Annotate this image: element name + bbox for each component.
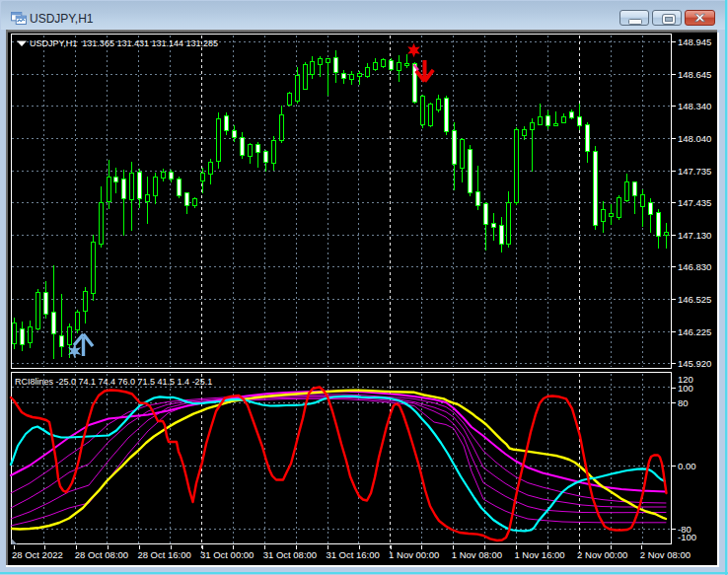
svg-text:148.040: 148.040	[678, 133, 711, 144]
svg-text:145.920: 145.920	[678, 358, 711, 369]
svg-text:0.00: 0.00	[678, 461, 696, 471]
svg-text:31 Oct 16:00: 31 Oct 16:00	[326, 549, 379, 560]
svg-text:1 Nov 16:00: 1 Nov 16:00	[514, 549, 564, 560]
svg-text:-100: -100	[678, 532, 696, 542]
svg-text:146.225: 146.225	[678, 326, 711, 337]
svg-text:146.525: 146.525	[678, 294, 711, 305]
svg-text:146.830: 146.830	[678, 261, 711, 272]
svg-text:1 Nov 08:00: 1 Nov 08:00	[452, 549, 502, 560]
svg-text:2 Nov 08:00: 2 Nov 08:00	[640, 549, 691, 560]
svg-text:2 Nov 00:00: 2 Nov 00:00	[577, 549, 627, 560]
svg-text:148.340: 148.340	[678, 101, 711, 111]
svg-text:28 Oct 08:00: 28 Oct 08:00	[75, 549, 128, 560]
svg-text:148.645: 148.645	[678, 69, 711, 80]
svg-text:1 Nov 00:00: 1 Nov 00:00	[389, 549, 439, 560]
svg-text:80: 80	[678, 397, 689, 408]
svg-text:28 Oct 16:00: 28 Oct 16:00	[137, 549, 190, 560]
svg-text:31 Oct 08:00: 31 Oct 08:00	[263, 549, 317, 560]
svg-text:148.945: 148.945	[678, 36, 711, 47]
svg-text:147.735: 147.735	[678, 166, 711, 177]
svg-text:147.130: 147.130	[678, 230, 711, 241]
svg-text:USDJPY,H1 131.365 131.431 131: USDJPY,H1 131.365 131.431 131.144 131.28…	[30, 38, 218, 48]
svg-text:147.435: 147.435	[678, 197, 711, 208]
svg-text:31 Oct 00:00: 31 Oct 00:00	[200, 549, 254, 560]
svg-text:28 Oct 2022: 28 Oct 2022	[12, 549, 63, 560]
svg-text:RCI8lines -25.0 74.1 74.4 76.0: RCI8lines -25.0 74.1 74.4 76.0 71.5 41.5…	[15, 377, 212, 387]
svg-text:100: 100	[678, 383, 693, 394]
